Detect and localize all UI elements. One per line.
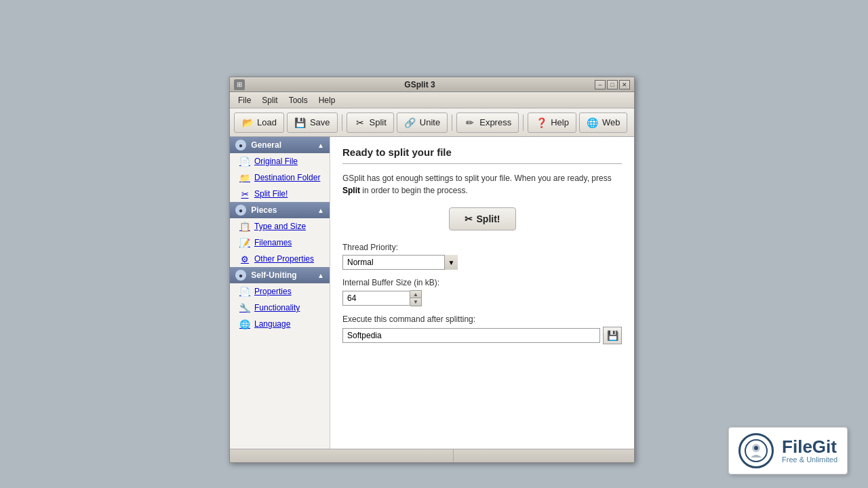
save-button[interactable]: 💾 Save — [287, 113, 338, 133]
restore-button[interactable]: □ — [607, 80, 618, 89]
split-execute-button[interactable]: ✂ Split! — [449, 207, 516, 230]
web-label: Web — [602, 117, 620, 127]
title-bar: ⊞ GSplit 3 – □ ✕ — [230, 77, 634, 92]
general-section-icon: ● General — [235, 140, 281, 150]
split-file-label: Split File! — [254, 189, 288, 199]
original-file-label: Original File — [254, 157, 298, 166]
other-properties-icon: ⚙ — [239, 253, 250, 264]
menu-split[interactable]: Split — [256, 94, 283, 106]
help-button[interactable]: ❓ Help — [528, 113, 576, 133]
minimize-button[interactable]: – — [595, 80, 606, 89]
command-input[interactable] — [342, 328, 600, 343]
main-content: ● General ▲ 📄 Original File 📁 Destinatio… — [230, 137, 634, 449]
spinner-buttons: ▲ ▼ — [410, 290, 422, 306]
sidebar: ● General ▲ 📄 Original File 📁 Destinatio… — [230, 137, 330, 449]
menu-file[interactable]: File — [233, 94, 256, 106]
sidebar-item-split-file[interactable]: ✂ Split File! — [230, 186, 330, 202]
panel-description: GSplit has got enough settings to split … — [342, 172, 622, 197]
filegit-tagline: Free & Unlimited — [782, 455, 837, 464]
split-button[interactable]: ✂ Split — [347, 113, 394, 133]
express-button[interactable]: ✏ Express — [456, 113, 519, 133]
thread-priority-select[interactable]: Normal High Low Idle — [342, 255, 458, 270]
properties-label: Properties — [254, 287, 292, 296]
express-icon: ✏ — [464, 117, 476, 129]
functionality-icon: 🔧 — [239, 302, 250, 313]
general-section-label: General — [251, 140, 281, 150]
browse-command-button[interactable]: 💾 — [603, 327, 622, 344]
split-file-icon: ✂ — [239, 188, 250, 199]
sidebar-item-filenames[interactable]: 📝 Filenames — [230, 235, 330, 251]
unite-label: Unite — [420, 117, 440, 127]
sidebar-section-general[interactable]: ● General ▲ — [230, 137, 330, 153]
menu-tools[interactable]: Tools — [283, 94, 313, 106]
filenames-icon: 📝 — [239, 237, 250, 248]
load-button[interactable]: 📂 Load — [234, 113, 284, 133]
sidebar-item-destination-folder[interactable]: 📁 Destination Folder — [230, 169, 330, 186]
command-label: Execute this command after splitting: — [342, 314, 622, 324]
destination-folder-label: Destination Folder — [254, 173, 320, 182]
buffer-size-input[interactable] — [342, 291, 410, 306]
web-button[interactable]: 🌐 Web — [579, 113, 628, 133]
buffer-size-spinner: ▲ ▼ — [342, 290, 422, 306]
toolbar-separator-2 — [452, 115, 452, 131]
split-execute-icon: ✂ — [465, 214, 473, 224]
status-pane-right — [454, 449, 634, 462]
toolbar: 📂 Load 💾 Save ✂ Split 🔗 Unite ✏ Express … — [230, 108, 634, 137]
self-uniting-section-label: Self-Uniting — [251, 270, 296, 280]
pieces-section-icon: ● Pieces — [235, 205, 277, 216]
sidebar-item-functionality[interactable]: 🔧 Functionality — [230, 300, 330, 316]
sidebar-item-original-file[interactable]: 📄 Original File — [230, 153, 330, 169]
other-properties-label: Other Properties — [254, 254, 314, 264]
express-label: Express — [479, 117, 511, 127]
command-field: Execute this command after splitting: 💾 — [342, 314, 622, 344]
split-button-area: ✂ Split! — [342, 207, 622, 230]
sidebar-item-other-properties[interactable]: ⚙ Other Properties — [230, 251, 330, 267]
right-panel: Ready to split your file GSplit has got … — [330, 137, 634, 449]
spinner-down-button[interactable]: ▼ — [410, 298, 421, 306]
unite-button[interactable]: 🔗 Unite — [397, 113, 448, 133]
original-file-icon: 📄 — [239, 156, 250, 167]
sidebar-item-language[interactable]: 🌐 Language — [230, 316, 330, 332]
toolbar-separator-1 — [342, 115, 342, 131]
menu-bar: File Split Tools Help — [230, 92, 634, 108]
sidebar-item-type-size[interactable]: 📋 Type and Size — [230, 218, 330, 235]
menu-help[interactable]: Help — [313, 94, 341, 106]
description-highlight: Split — [342, 186, 360, 195]
window-controls: – □ ✕ — [595, 80, 630, 89]
sidebar-item-properties[interactable]: 📄 Properties — [230, 283, 330, 300]
thread-priority-label: Thread Priority: — [342, 243, 622, 252]
self-uniting-section-icon: ● Self-Uniting — [235, 270, 297, 281]
split-execute-label: Split! — [477, 214, 500, 224]
description-text-1: GSplit has got enough settings to split … — [342, 174, 612, 183]
load-label: Load — [257, 117, 277, 127]
type-size-label: Type and Size — [254, 222, 306, 231]
pieces-section-label: Pieces — [251, 205, 277, 215]
split-icon: ✂ — [354, 117, 366, 129]
general-collapse-arrow: ▲ — [317, 142, 324, 149]
app-icon: ⊞ — [234, 79, 245, 90]
unite-icon: 🔗 — [404, 117, 416, 129]
destination-folder-icon: 📁 — [239, 172, 250, 183]
sidebar-section-self-uniting[interactable]: ● Self-Uniting ▲ — [230, 267, 330, 283]
help-icon: ❓ — [535, 117, 547, 129]
filegit-watermark: FileGit Free & Unlimited — [728, 427, 848, 474]
save-icon: 💾 — [294, 117, 307, 129]
split-label: Split — [370, 117, 387, 127]
filegit-logo — [738, 433, 774, 468]
filegit-text-area: FileGit Free & Unlimited — [782, 438, 837, 464]
browse-command-icon: 💾 — [607, 330, 618, 341]
svg-point-2 — [754, 446, 758, 450]
load-icon: 📂 — [241, 117, 254, 129]
sidebar-section-pieces[interactable]: ● Pieces ▲ — [230, 202, 330, 218]
command-row: 💾 — [342, 327, 622, 344]
pieces-collapse-arrow: ▲ — [317, 207, 324, 214]
close-button[interactable]: ✕ — [619, 80, 630, 89]
thread-priority-field: Thread Priority: Normal High Low Idle ▼ — [342, 243, 622, 270]
status-pane-left — [230, 449, 454, 462]
thread-priority-select-wrapper: Normal High Low Idle ▼ — [342, 255, 458, 270]
functionality-label: Functionality — [254, 303, 300, 312]
spinner-up-button[interactable]: ▲ — [410, 291, 421, 298]
buffer-size-label: Internal Buffer Size (in kB): — [342, 278, 622, 287]
buffer-size-field: Internal Buffer Size (in kB): ▲ ▼ — [342, 278, 622, 306]
filegit-logo-svg — [744, 439, 768, 463]
